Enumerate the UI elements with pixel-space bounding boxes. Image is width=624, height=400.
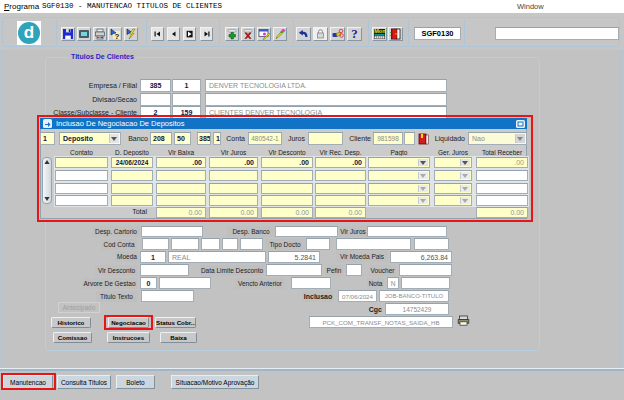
svg-text:Mon: Mon <box>374 28 386 34</box>
svg-text:?: ? <box>115 32 120 41</box>
